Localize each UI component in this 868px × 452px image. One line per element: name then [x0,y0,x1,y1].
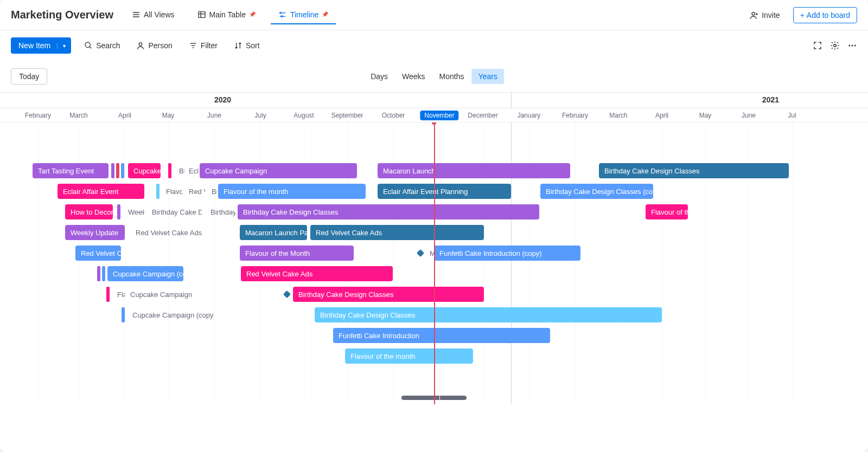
month-label: November [420,111,458,120]
timeline-bar[interactable]: Birthday Cake Design Classes [238,204,539,219]
timeline-bar[interactable]: Flav [112,287,125,302]
timeline-bar[interactable]: Cupcake Campaign [200,163,357,178]
timeline-bar[interactable]: Cupcake Campaign (copy) [127,307,214,322]
year-2021: 2021 [762,95,779,104]
month-label: June [737,111,760,120]
month-label: March [605,111,631,120]
sort-icon [234,41,242,50]
pin-icon: 📌 [249,11,256,17]
timeline-bar[interactable]: Flavour of the month [218,184,366,199]
tab-label: All Views [144,10,175,19]
tab-main-table[interactable]: Main Table 📌 [190,6,263,24]
timeline-chip[interactable] [168,163,171,178]
timeline-bar[interactable]: Birthday Cake Design Classes [315,307,662,322]
timeline-bar[interactable]: Birthday Cake Desig [146,204,202,219]
chevron-down-icon[interactable]: ▾ [57,43,66,49]
timeline-bar[interactable]: Birthday Cake Design Classes (copy) [540,184,653,199]
timeline-bar[interactable]: Birthday Cake Design Classes [293,287,484,302]
timeline-bar[interactable]: Red Velvet Ca [75,246,121,261]
toolbar: New Item ▾ Search Person Filter Sort [0,30,868,61]
timeline-chip[interactable] [156,184,159,199]
invite-button[interactable]: Invite [744,8,785,23]
timeline-bar[interactable]: How to Decora [65,204,113,219]
month-label: March [65,111,92,120]
timeline-body[interactable]: Tart Tasting EventCupcakeBirEclaiCupcake… [0,122,868,404]
timeline-bar[interactable]: Eclair Affair Event [58,184,144,199]
timeline-bar[interactable]: Macaron Launch [378,163,570,178]
timeline-bar[interactable]: Cupcake [128,163,161,178]
timeline-bar[interactable]: Eclai [183,163,199,178]
month-label: February [21,111,55,120]
svg-point-6 [280,12,282,14]
timeline-bar[interactable]: Weekl [123,204,144,219]
timeline-bar[interactable]: Birthday Cake Design Classes [599,163,789,178]
timeline-chip[interactable] [121,163,124,178]
month-label: Jul [783,111,800,120]
sort-button[interactable]: Sort [231,39,263,52]
month-label: May [158,111,179,120]
svg-point-23 [854,45,856,47]
timeline-bar[interactable]: Cupcake Campaign (copy [107,266,183,281]
grid-line [575,122,576,404]
scale-years[interactable]: Years [472,69,504,84]
timeline-bar[interactable]: Red Velvet Cake Ads [241,266,393,281]
search-button[interactable]: Search [81,39,123,52]
add-board-label: Add to board [807,11,850,20]
tab-timeline[interactable]: Timeline 📌 [271,6,336,24]
timeline-chip[interactable] [116,163,119,178]
gear-icon[interactable] [830,41,840,50]
scale-weeks[interactable]: Weeks [395,69,432,84]
person-filter[interactable]: Person [133,39,175,52]
today-button[interactable]: Today [11,68,47,85]
timeline-bar[interactable]: Funfetti Cake Introduction [333,328,550,343]
timeline-chip[interactable] [111,163,114,178]
timeline-bar[interactable]: Funfetti Cake Introduction (copy) [434,246,580,261]
timeline-bar[interactable]: Flavou [161,184,182,199]
timeline-bar[interactable]: Cupcake Campaign [125,287,201,302]
milestone-diamond[interactable] [417,249,424,257]
timeline-bar[interactable]: Eclair Affair Event Planning [378,184,511,199]
timeline-chip[interactable] [97,266,100,281]
milestone-diamond[interactable] [283,290,291,298]
timeline-chip[interactable] [102,266,105,281]
tab-all-views[interactable]: All Views [124,6,182,24]
scale-months[interactable]: Months [433,69,471,84]
timeline-bar[interactable]: Bir [174,163,184,178]
timeline-bar[interactable]: Weekly Update [65,225,125,240]
timeline-chip[interactable] [117,204,120,219]
year-divider [511,93,512,108]
person-add-icon [750,11,758,20]
timeline-icon [278,10,287,19]
filter-button[interactable]: Filter [186,39,221,52]
timeline-bar[interactable]: Ma [424,246,435,261]
timeline-bar[interactable]: Red Velvet Cake Ads [310,225,484,240]
new-item-button[interactable]: New Item ▾ [11,37,71,54]
more-icon[interactable] [847,41,857,50]
svg-point-11 [752,12,755,15]
month-label: October [378,111,410,120]
scale-days[interactable]: Days [364,69,394,84]
timeline-bar[interactable]: Flavour of the month [345,348,473,364]
timeline-bar[interactable]: Tart Tasting Event [33,163,108,178]
header-bar: Marketing Overview All Views Main Table … [0,0,868,30]
time-controls: Today Days Weeks Months Years [0,61,868,92]
timeline-bar[interactable]: Flavour of the [646,204,688,219]
fullscreen-icon[interactable] [813,41,822,50]
timeline-bar[interactable]: Flavour of the Month [240,246,354,261]
filter-icon [189,41,197,50]
add-to-board-button[interactable]: + Add to board [793,7,857,23]
person-icon [136,41,145,50]
timeline-bar[interactable]: Bir [206,184,217,199]
filter-label: Filter [201,41,218,50]
timeline-chip[interactable] [122,307,125,322]
timeline-bar[interactable]: Red Ve [183,184,205,199]
timeline-bar[interactable]: Birthday [205,204,235,219]
month-label: February [558,111,592,120]
timeline-bar[interactable]: Red Velvet Cake Ads [130,225,206,240]
plus-icon: + [800,11,805,20]
timeline-bar[interactable]: Macaron Launch Pa [240,225,307,240]
svg-line-15 [90,47,91,48]
grid-line [792,122,793,404]
tab-label: Timeline [290,10,318,19]
timeline-chip[interactable] [106,287,110,302]
